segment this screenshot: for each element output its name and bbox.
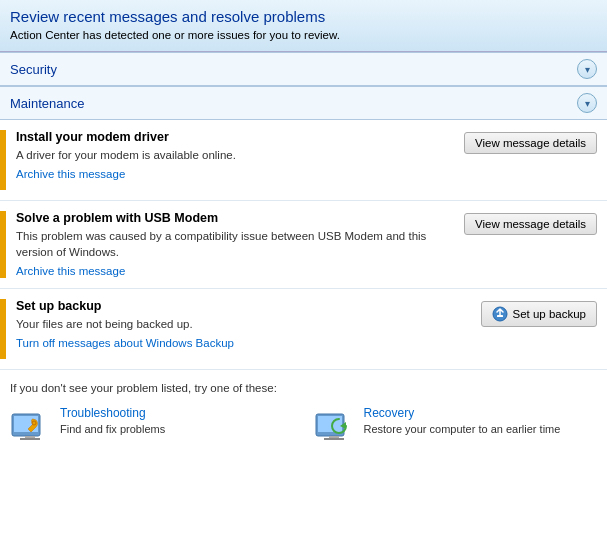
troubleshooting-desc: Find and fix problems	[60, 422, 165, 437]
message-title-usb-modem: Solve a problem with USB Modem	[16, 211, 454, 225]
recovery-content: Recovery Restore your computer to an ear…	[364, 406, 561, 437]
security-section-title: Security	[10, 62, 57, 77]
bottom-items: Troubleshooting Find and fix problems Re…	[10, 406, 597, 446]
bottom-section: If you don't see your problem listed, tr…	[0, 370, 607, 456]
maintenance-chevron-icon: ▾	[577, 93, 597, 113]
troubleshooting-content: Troubleshooting Find and fix problems	[60, 406, 165, 437]
header-subtitle: Action Center has detected one or more i…	[10, 29, 597, 41]
message-border-backup	[0, 299, 6, 359]
recovery-icon	[314, 406, 354, 446]
message-item-backup: Set up backup Your files are not being b…	[0, 289, 607, 370]
bottom-intro: If you don't see your problem listed, tr…	[10, 382, 597, 394]
bottom-item-recovery: Recovery Restore your computer to an ear…	[314, 406, 598, 446]
message-desc-backup: Your files are not being backed up.	[16, 316, 471, 332]
recovery-link[interactable]: Recovery	[364, 406, 561, 420]
message-action-modem-driver: View message details	[464, 130, 597, 154]
message-border-usb-modem	[0, 211, 6, 278]
security-section-header[interactable]: Security ▾	[0, 52, 607, 86]
message-title-backup: Set up backup	[16, 299, 471, 313]
view-details-button-usb-modem[interactable]: View message details	[464, 213, 597, 235]
backup-icon	[492, 306, 508, 322]
view-details-button-modem-driver[interactable]: View message details	[464, 132, 597, 154]
message-content-usb-modem: Solve a problem with USB Modem This prob…	[16, 211, 464, 278]
setup-backup-button[interactable]: Set up backup	[481, 301, 597, 327]
message-border-modem-driver	[0, 130, 6, 190]
page-title: Review recent messages and resolve probl…	[10, 8, 597, 25]
security-chevron-icon: ▾	[577, 59, 597, 79]
troubleshooting-icon	[10, 406, 50, 446]
archive-link-usb-modem[interactable]: Archive this message	[16, 265, 125, 277]
svg-rect-10	[324, 438, 344, 440]
recovery-desc: Restore your computer to an earlier time	[364, 422, 561, 437]
message-action-backup: Set up backup	[481, 299, 597, 327]
message-title-modem-driver: Install your modem driver	[16, 130, 454, 144]
troubleshooting-link[interactable]: Troubleshooting	[60, 406, 165, 420]
message-desc-usb-modem: This problem was caused by a compatibili…	[16, 228, 454, 260]
message-action-usb-modem: View message details	[464, 211, 597, 235]
message-item-modem-driver: Install your modem driver A driver for y…	[0, 120, 607, 201]
svg-rect-1	[497, 315, 503, 317]
message-item-usb-modem: Solve a problem with USB Modem This prob…	[0, 201, 607, 289]
header: Review recent messages and resolve probl…	[0, 0, 607, 52]
archive-link-modem-driver[interactable]: Archive this message	[16, 168, 125, 180]
archive-link-backup[interactable]: Turn off messages about Windows Backup	[16, 337, 234, 349]
maintenance-section-header[interactable]: Maintenance ▾	[0, 86, 607, 120]
svg-rect-5	[20, 438, 40, 440]
message-desc-modem-driver: A driver for your modem is available onl…	[16, 147, 454, 163]
message-content-modem-driver: Install your modem driver A driver for y…	[16, 130, 464, 181]
maintenance-section-title: Maintenance	[10, 96, 84, 111]
bottom-item-troubleshooting: Troubleshooting Find and fix problems	[10, 406, 294, 446]
message-content-backup: Set up backup Your files are not being b…	[16, 299, 481, 350]
